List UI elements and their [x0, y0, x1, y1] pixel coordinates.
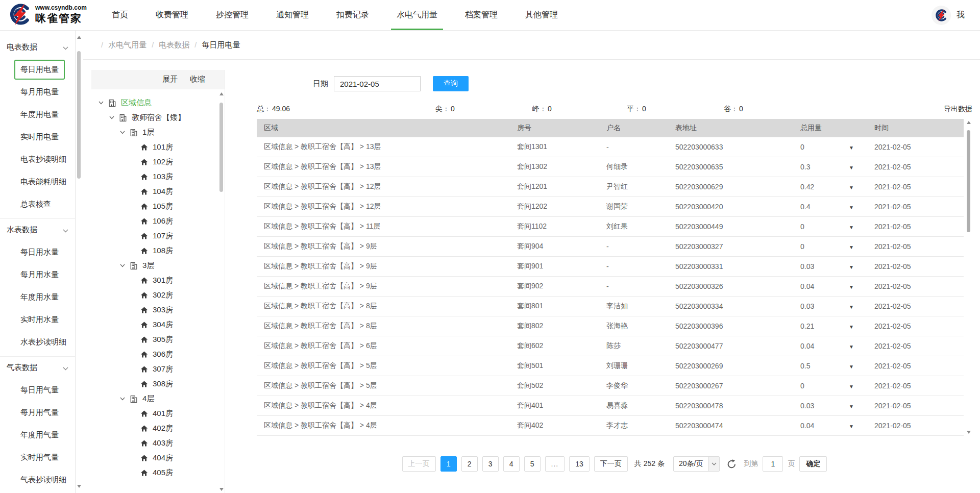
- brand-logo[interactable]: www.csyndb.com 咪雀管家: [0, 0, 98, 30]
- sidebar-entry[interactable]: 年度用水量: [0, 286, 75, 308]
- row-expand-icon[interactable]: ▼: [849, 225, 854, 230]
- tree-node[interactable]: 301房: [91, 273, 225, 288]
- page-number-button[interactable]: 3: [482, 456, 499, 472]
- sidebar-entry[interactable]: 实时用气量: [0, 446, 75, 469]
- breadcrumb-item[interactable]: 水电气用量: [96, 40, 146, 50]
- row-expand-icon[interactable]: ▼: [849, 344, 854, 350]
- tree-node[interactable]: 区域信息: [91, 95, 225, 110]
- scrollbar-thumb[interactable]: [77, 51, 81, 179]
- row-expand-icon[interactable]: ▼: [849, 264, 854, 270]
- scroll-up-icon[interactable]: [219, 92, 224, 95]
- tree-expand-button[interactable]: 展开: [162, 75, 178, 84]
- tree-node[interactable]: 1层: [91, 125, 225, 140]
- tree-node[interactable]: 303房: [91, 303, 225, 317]
- nav-item[interactable]: 其他管理: [511, 0, 572, 30]
- nav-item[interactable]: 档案管理: [451, 0, 511, 30]
- page-number-button[interactable]: ...: [545, 456, 565, 472]
- sidebar-entry[interactable]: 电表能耗明细: [0, 170, 75, 193]
- sidebar-entry[interactable]: 电表数据: [0, 36, 75, 58]
- tree-node[interactable]: 404房: [91, 451, 225, 465]
- tree-node[interactable]: 402房: [91, 421, 225, 436]
- tree-node[interactable]: 306房: [91, 347, 225, 362]
- tree-node[interactable]: 108房: [91, 243, 225, 258]
- scrollbar-thumb[interactable]: [219, 103, 223, 192]
- sidebar-entry[interactable]: 每月用电量: [0, 81, 75, 103]
- row-expand-icon[interactable]: ▼: [849, 404, 854, 409]
- row-expand-icon[interactable]: ▼: [849, 205, 854, 210]
- sidebar-entry[interactable]: 每月用水量: [0, 263, 75, 286]
- sidebar-entry[interactable]: 总表核查: [0, 193, 75, 215]
- tree-node[interactable]: 405房: [91, 465, 225, 480]
- tree-node[interactable]: 教师宿舍【矮】: [91, 110, 225, 125]
- nav-item[interactable]: 通知管理: [262, 0, 323, 30]
- page-scrollbar[interactable]: [76, 31, 83, 493]
- row-expand-icon[interactable]: ▼: [849, 364, 854, 369]
- tree-node[interactable]: 305房: [91, 332, 225, 347]
- tree-node[interactable]: 3层: [91, 258, 225, 273]
- sidebar-entry[interactable]: 水表抄读明细: [0, 331, 75, 353]
- nav-item[interactable]: 水电气用量: [383, 0, 451, 30]
- nav-item[interactable]: 扣费记录: [323, 0, 383, 30]
- scroll-down-icon[interactable]: [219, 488, 224, 491]
- row-expand-icon[interactable]: ▼: [849, 284, 854, 290]
- nav-item[interactable]: 首页: [98, 0, 142, 30]
- page-number-button[interactable]: 1: [440, 456, 457, 472]
- sidebar-entry[interactable]: 气表数据: [0, 356, 75, 379]
- scroll-up-icon[interactable]: [77, 36, 81, 39]
- page-number-button[interactable]: 13: [569, 456, 590, 472]
- table-scrollbar[interactable]: [965, 119, 972, 436]
- chevron-down-icon[interactable]: [109, 116, 114, 119]
- row-expand-icon[interactable]: ▼: [849, 304, 854, 310]
- row-expand-icon[interactable]: ▼: [849, 145, 854, 151]
- tree-node[interactable]: 106房: [91, 214, 225, 229]
- sidebar-entry[interactable]: 电表抄读明细: [0, 148, 75, 170]
- page-size-select[interactable]: 20条/页: [673, 456, 720, 472]
- breadcrumb-item[interactable]: 每日用电量: [189, 40, 240, 50]
- tree-node[interactable]: 101房: [91, 140, 225, 155]
- tree-node[interactable]: 102房: [91, 155, 225, 169]
- scroll-down-icon[interactable]: [967, 431, 971, 434]
- sidebar-entry[interactable]: 气表抄读明细: [0, 469, 75, 491]
- sidebar-entry[interactable]: 实时用电量: [0, 126, 75, 148]
- page-number-button[interactable]: 4: [503, 456, 520, 472]
- sidebar-entry[interactable]: 每月用气量: [0, 401, 75, 424]
- row-expand-icon[interactable]: ▼: [849, 324, 854, 330]
- prev-page-button[interactable]: 上一页: [402, 456, 436, 472]
- tree-node[interactable]: 104房: [91, 184, 225, 199]
- chevron-down-icon[interactable]: [99, 101, 104, 105]
- date-input[interactable]: [334, 76, 421, 91]
- tree-node[interactable]: 105房: [91, 199, 225, 214]
- tree-scrollbar[interactable]: [218, 90, 225, 493]
- tree-node[interactable]: 103房: [91, 169, 225, 184]
- goto-page-input[interactable]: [763, 456, 783, 472]
- tree-node[interactable]: 4层: [91, 391, 225, 406]
- nav-item[interactable]: 抄控管理: [202, 0, 262, 30]
- confirm-button[interactable]: 确定: [799, 456, 827, 472]
- sidebar-entry[interactable]: 实时用水量: [0, 308, 75, 331]
- query-button[interactable]: 查询: [433, 76, 469, 91]
- scroll-down-icon[interactable]: [77, 485, 81, 488]
- chevron-down-icon[interactable]: [120, 264, 125, 267]
- row-expand-icon[interactable]: ▼: [849, 244, 854, 250]
- sidebar-entry[interactable]: 每日用电量: [0, 58, 75, 81]
- row-expand-icon[interactable]: ▼: [849, 384, 854, 389]
- tree-node[interactable]: 107房: [91, 229, 225, 243]
- export-data-link[interactable]: 导出数据: [944, 105, 972, 114]
- chevron-down-icon[interactable]: [120, 397, 125, 401]
- sidebar-entry[interactable]: 每日用水量: [0, 241, 75, 263]
- refresh-icon[interactable]: [726, 459, 737, 470]
- tree-collapse-button[interactable]: 收缩: [190, 75, 205, 84]
- tree-node[interactable]: 403房: [91, 436, 225, 451]
- tree-node[interactable]: 307房: [91, 362, 225, 377]
- tree-node[interactable]: 302房: [91, 288, 225, 303]
- scroll-up-icon[interactable]: [967, 121, 971, 124]
- nav-item[interactable]: 收费管理: [142, 0, 202, 30]
- tree-node[interactable]: 401房: [91, 406, 225, 421]
- user-menu[interactable]: 我: [932, 0, 980, 30]
- chevron-down-icon[interactable]: [120, 131, 125, 134]
- tree-node[interactable]: 308房: [91, 377, 225, 391]
- breadcrumb-item[interactable]: 电表数据: [146, 40, 189, 50]
- sidebar-entry[interactable]: 每日用气量: [0, 379, 75, 401]
- page-number-button[interactable]: 2: [461, 456, 478, 472]
- next-page-button[interactable]: 下一页: [594, 456, 628, 472]
